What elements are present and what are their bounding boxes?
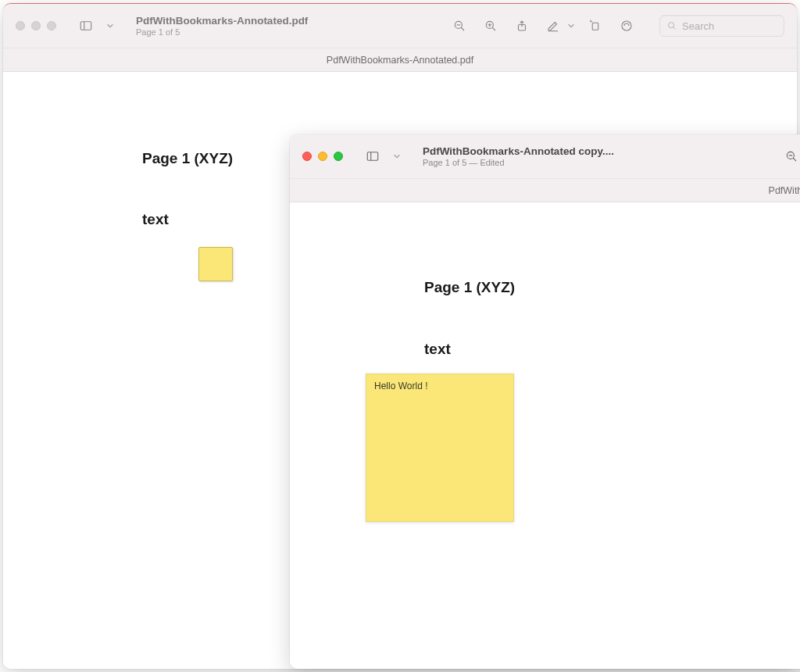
chevron-down-icon: [106, 22, 114, 30]
svg-line-3: [461, 27, 464, 30]
search-placeholder: Search: [682, 20, 714, 32]
zoom-out-icon: [784, 149, 798, 163]
close-button[interactable]: [16, 21, 25, 30]
traffic-lights-inactive[interactable]: [16, 21, 56, 30]
sidebar-toggle-button[interactable]: [73, 15, 98, 37]
minimize-button[interactable]: [31, 21, 41, 30]
sticky-note-text: Hello World !: [374, 381, 427, 391]
minimize-button[interactable]: [318, 152, 327, 161]
page-heading-back: Page 1 (XYZ): [142, 150, 233, 167]
rotate-icon: [588, 19, 602, 33]
doc-label-back: PdfWithBookmarks-Annotated.pdf: [327, 55, 473, 66]
close-button[interactable]: [302, 152, 312, 161]
zoom-out-button[interactable]: [779, 145, 800, 167]
page-subheading-front: text: [424, 341, 451, 358]
search-icon: [666, 20, 677, 31]
zoom-button[interactable]: [47, 21, 56, 30]
chevron-down-icon: [393, 152, 401, 160]
zoom-in-button[interactable]: [478, 15, 503, 37]
document-area-front[interactable]: Page 1 (XYZ) text Hello World !: [290, 202, 800, 669]
title-block-back: PdfWithBookmarks-Annotated.pdf Page 1 of…: [136, 15, 339, 37]
svg-line-15: [673, 27, 676, 30]
zoom-out-button[interactable]: [447, 15, 472, 37]
doc-label-front: PdfWithBookmarks-Annotated: [769, 185, 800, 196]
svg-rect-12: [592, 23, 598, 30]
window-title-back: PdfWithBookmarks-Annotated.pdf: [136, 15, 339, 27]
chevron-down-icon: [567, 22, 575, 30]
zoom-in-icon: [484, 19, 498, 33]
share-icon: [515, 19, 529, 33]
highlight-button[interactable]: [614, 15, 639, 37]
share-button[interactable]: [509, 15, 534, 37]
doc-label-bar-front: PdfWithBookmarks-Annotated: [290, 179, 800, 202]
preview-window-front: PdfWithBookmarks-Annotated copy.... Page…: [290, 134, 800, 669]
sticky-note-large[interactable]: Hello World !: [366, 374, 514, 522]
window-title-front: PdfWithBookmarks-Annotated copy....: [423, 145, 641, 157]
page-indicator-back: Page 1 of 5: [136, 27, 339, 37]
toolbar-back: PdfWithBookmarks-Annotated.pdf Page 1 of…: [3, 4, 797, 48]
pencil-icon: [546, 19, 560, 33]
zoom-out-icon: [452, 19, 466, 33]
search-field[interactable]: Search: [659, 15, 784, 37]
svg-rect-0: [80, 22, 91, 30]
sidebar-menu-chevron[interactable]: [391, 152, 402, 160]
sidebar-menu-chevron[interactable]: [105, 22, 116, 30]
highlighter-icon: [620, 19, 634, 33]
markup-menu-chevron[interactable]: [566, 22, 577, 30]
sidebar-icon: [79, 19, 93, 33]
sidebar-icon: [366, 149, 380, 163]
svg-point-14: [669, 23, 674, 28]
doc-label-bar-back: PdfWithBookmarks-Annotated.pdf: [3, 48, 797, 72]
svg-line-19: [793, 158, 796, 161]
title-block-front: PdfWithBookmarks-Annotated copy.... Page…: [423, 145, 641, 167]
traffic-lights-active[interactable]: [302, 152, 343, 161]
page-subheading-back: text: [142, 211, 169, 228]
markup-button[interactable]: [541, 15, 566, 37]
sticky-note-small[interactable]: [198, 247, 233, 281]
page-indicator-front: Page 1 of 5 — Edited: [423, 158, 641, 167]
svg-line-6: [492, 27, 495, 30]
svg-rect-16: [367, 152, 378, 161]
toolbar-front: PdfWithBookmarks-Annotated copy.... Page…: [290, 134, 800, 179]
rotate-button[interactable]: [583, 15, 608, 37]
sidebar-toggle-button[interactable]: [360, 145, 385, 167]
page-heading-front: Page 1 (XYZ): [424, 279, 515, 296]
zoom-button[interactable]: [334, 152, 343, 161]
svg-point-13: [622, 21, 631, 30]
